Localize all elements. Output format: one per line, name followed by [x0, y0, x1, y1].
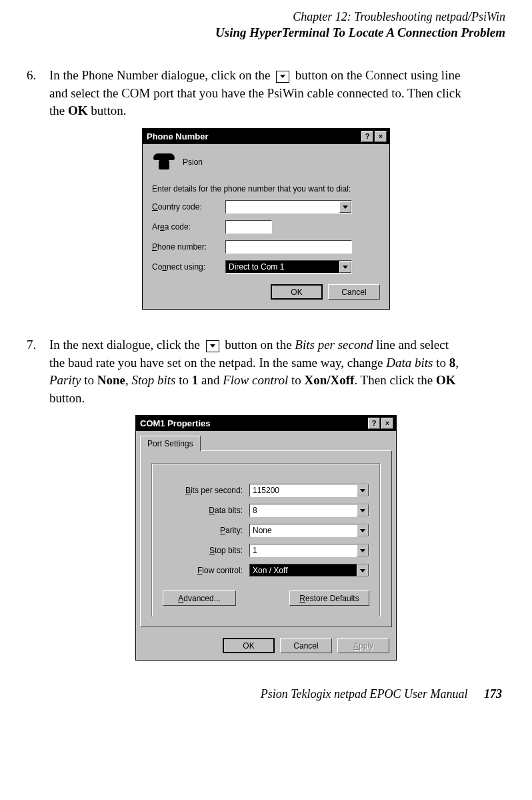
restore-defaults-button[interactable]: Restore Defaults	[289, 590, 369, 606]
parity-combo[interactable]: None	[249, 524, 369, 537]
titlebar: COM1 Properties ? ×	[136, 416, 396, 431]
step-body: In the next dialogue, click the button o…	[49, 336, 505, 407]
stop-bits-combo[interactable]: 1	[249, 544, 369, 557]
phone-icon	[152, 152, 176, 172]
chevron-down-icon[interactable]	[357, 484, 369, 496]
dropdown-icon	[276, 71, 289, 83]
page-number: 173	[484, 687, 502, 701]
bits-per-second-combo[interactable]: 115200	[249, 484, 369, 497]
connect-row: Connect using: Direct to Com 1	[152, 260, 380, 274]
country-combo[interactable]	[225, 200, 352, 214]
settings-group: Bits per second: 115200 Data bits: 8 Par…	[151, 463, 381, 617]
data-bits-combo[interactable]: 8	[249, 504, 369, 517]
chevron-down-icon[interactable]	[339, 201, 351, 213]
chevron-down-icon[interactable]	[357, 524, 369, 536]
tab-port-settings[interactable]: Port Settings	[140, 436, 201, 451]
advanced-button[interactable]: Advanced...	[163, 590, 236, 606]
help-button[interactable]: ?	[368, 418, 380, 429]
step-6: 6. In the Phone Number dialogue, click o…	[27, 67, 505, 120]
dialog-title: Phone Number	[145, 131, 208, 141]
help-button[interactable]: ?	[361, 131, 373, 142]
dialog-prompt: Enter details for the phone number that …	[152, 184, 380, 193]
icon-label: Psion	[183, 157, 203, 167]
ok-button[interactable]: OK	[271, 284, 323, 300]
apply-button[interactable]: Apply	[337, 638, 389, 653]
chevron-down-icon[interactable]	[357, 504, 369, 516]
flow-control-combo[interactable]: Xon / Xoff	[249, 564, 369, 577]
chevron-down-icon[interactable]	[339, 261, 351, 273]
chevron-down-icon[interactable]	[357, 544, 369, 556]
dropdown-icon	[206, 340, 219, 352]
area-row: Area code:	[152, 220, 380, 234]
dialog-title: COM1 Properties	[139, 418, 210, 428]
phone-input[interactable]	[225, 240, 352, 254]
cancel-button[interactable]: Cancel	[328, 284, 380, 300]
country-row: Country code:	[152, 200, 380, 214]
step-number: 6.	[27, 67, 49, 120]
step-body: In the Phone Number dialogue, click on t…	[49, 67, 505, 120]
step-7: 7. In the next dialogue, click the butto…	[27, 336, 505, 407]
phone-row: Phone number:	[152, 240, 380, 254]
com1-properties-dialog: COM1 Properties ? × Port Settings Bits p…	[135, 415, 397, 661]
section-title: Using HyperTerminal To Locate A Connecti…	[27, 25, 505, 41]
page-header: Chapter 12: Troubleshooting netpad/PsiWi…	[27, 9, 505, 40]
step-number: 7.	[27, 336, 49, 407]
tab-strip: Port Settings	[136, 431, 396, 450]
cancel-button[interactable]: Cancel	[280, 638, 332, 653]
page-footer: Psion Teklogix netpad EPOC User Manual 1…	[27, 687, 505, 701]
phone-number-dialog: Phone Number ? × Psion Enter details for…	[142, 128, 390, 310]
footer-text: Psion Teklogix netpad EPOC User Manual	[261, 687, 468, 701]
titlebar: Phone Number ? ×	[143, 129, 389, 144]
close-button[interactable]: ×	[375, 131, 387, 142]
ok-button[interactable]: OK	[223, 638, 275, 653]
connect-combo[interactable]: Direct to Com 1	[225, 260, 352, 274]
chevron-down-icon[interactable]	[357, 564, 369, 576]
chapter-title: Chapter 12: Troubleshooting netpad/PsiWi…	[27, 9, 505, 25]
area-input[interactable]	[225, 220, 272, 234]
close-button[interactable]: ×	[381, 418, 393, 429]
